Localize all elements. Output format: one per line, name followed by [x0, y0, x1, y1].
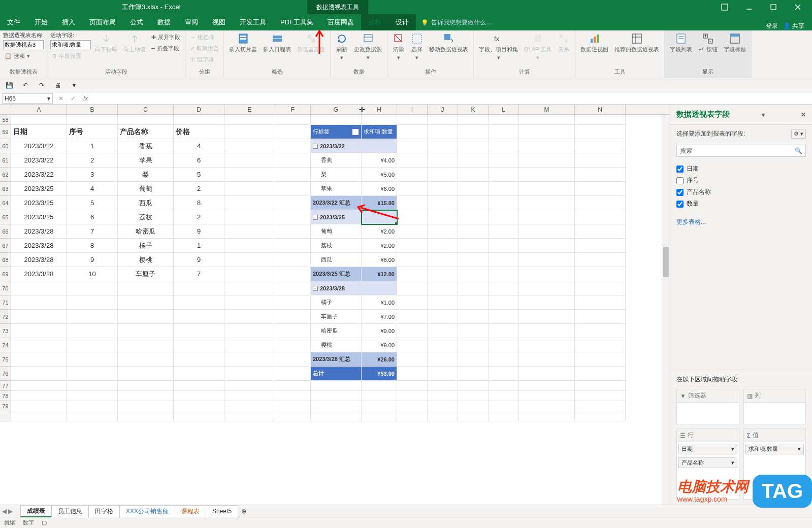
cell[interactable]	[428, 338, 458, 352]
cell[interactable]	[575, 224, 626, 239]
cell[interactable]	[275, 224, 311, 239]
cell[interactable]: 6	[174, 153, 224, 168]
field-checkbox[interactable]	[676, 201, 684, 208]
cell[interactable]	[575, 324, 626, 338]
row-header[interactable]: 63	[0, 182, 11, 196]
cell[interactable]: 7	[67, 224, 118, 239]
cell[interactable]	[575, 182, 626, 196]
area-filter[interactable]: ▼筛选器	[676, 389, 739, 424]
cell[interactable]	[11, 338, 67, 352]
cell[interactable]	[397, 139, 428, 153]
cell[interactable]	[428, 267, 458, 281]
cell[interactable]	[224, 153, 275, 168]
row-header[interactable]: 74	[0, 338, 11, 352]
cell[interactable]	[489, 401, 519, 411]
cell[interactable]	[118, 115, 174, 125]
cell[interactable]	[118, 324, 174, 338]
row-header[interactable]: 70	[0, 281, 11, 295]
cell[interactable]	[224, 139, 275, 153]
cell[interactable]: 葡萄	[118, 182, 174, 196]
cell[interactable]	[67, 338, 118, 352]
cell[interactable]	[489, 324, 519, 338]
cell[interactable]	[519, 381, 575, 391]
collapse-icon[interactable]: −	[313, 215, 318, 220]
cell[interactable]	[275, 381, 311, 391]
filter-icon[interactable]: ▾	[352, 128, 359, 136]
cell[interactable]: 10	[67, 267, 118, 281]
cell[interactable]	[362, 401, 397, 411]
cell[interactable]	[67, 391, 118, 401]
cell[interactable]: ¥4.00	[362, 153, 397, 168]
cell[interactable]: 哈密瓜	[311, 324, 362, 338]
pt-name-input[interactable]	[3, 40, 44, 49]
cell[interactable]	[362, 381, 397, 391]
cell[interactable]	[458, 310, 489, 324]
cell[interactable]	[428, 324, 458, 338]
cell[interactable]: ¥5.00	[362, 168, 397, 182]
cell[interactable]	[397, 411, 428, 421]
cell[interactable]: 9	[174, 253, 224, 267]
cell[interactable]	[489, 210, 519, 224]
cell[interactable]: ¥9.00	[362, 324, 397, 338]
cell[interactable]	[174, 115, 224, 125]
close-button[interactable]	[788, 0, 808, 14]
cell[interactable]: 2023/3/25	[11, 196, 67, 210]
change-source[interactable]: 更改数据源▾	[352, 31, 384, 67]
cell[interactable]	[519, 182, 575, 196]
ribbon-opts-icon[interactable]	[714, 0, 735, 14]
cell[interactable]	[458, 153, 489, 168]
cell[interactable]	[428, 411, 458, 421]
cell[interactable]: 橘子	[118, 239, 174, 253]
field-list[interactable]: 字段列表	[668, 31, 694, 67]
cell[interactable]	[489, 352, 519, 367]
cell[interactable]	[397, 281, 428, 295]
cell[interactable]	[519, 210, 575, 224]
cell[interactable]: 苹果	[311, 182, 362, 196]
tab-review[interactable]: 审阅	[178, 14, 205, 30]
tab-design[interactable]: 设计	[388, 14, 416, 30]
row-header[interactable]: 64	[0, 196, 11, 210]
col-header[interactable]: C	[118, 105, 174, 114]
cell[interactable]: 西瓜	[311, 253, 362, 267]
cell[interactable]	[224, 391, 275, 401]
cell[interactable]: 4	[67, 182, 118, 196]
cell[interactable]: 2023/3/25	[11, 210, 67, 224]
select[interactable]: 选择▾	[409, 31, 425, 67]
row-item[interactable]: 产品名称▾	[678, 457, 737, 468]
cell[interactable]	[118, 401, 174, 411]
cell[interactable]	[458, 210, 489, 224]
cell[interactable]	[428, 381, 458, 391]
tab-formula[interactable]: 公式	[123, 14, 150, 30]
tab-home[interactable]: 开始	[27, 14, 55, 30]
cell[interactable]	[275, 253, 311, 267]
col-header[interactable]: H	[362, 105, 397, 114]
cell[interactable]	[362, 139, 397, 153]
cell[interactable]	[458, 295, 489, 310]
cell[interactable]: 5	[174, 168, 224, 182]
cell[interactable]	[397, 391, 428, 401]
cell[interactable]	[224, 239, 275, 253]
cell[interactable]: 苹果	[118, 153, 174, 168]
cell[interactable]: 梨	[311, 168, 362, 182]
cell[interactable]: 2023/3/28	[11, 239, 67, 253]
col-header[interactable]: K	[458, 105, 489, 114]
cell[interactable]	[174, 338, 224, 352]
cell[interactable]	[224, 210, 275, 224]
cell[interactable]	[519, 281, 575, 295]
cell[interactable]	[275, 267, 311, 281]
row-header[interactable]: 78	[0, 391, 11, 401]
cell[interactable]	[174, 324, 224, 338]
cell[interactable]: 日期	[11, 125, 67, 139]
refresh[interactable]: 刷新▾	[334, 31, 350, 67]
maximize-button[interactable]	[763, 0, 784, 14]
cell[interactable]	[575, 381, 626, 391]
row-header[interactable]: 66	[0, 224, 11, 239]
cell[interactable]	[519, 295, 575, 310]
cell[interactable]	[575, 411, 626, 421]
name-box[interactable]: H65▾	[2, 93, 53, 104]
cell[interactable]	[458, 224, 489, 239]
cell[interactable]	[489, 139, 519, 153]
cell[interactable]	[428, 352, 458, 367]
cell[interactable]	[224, 182, 275, 196]
cell[interactable]: 行标签▾	[311, 125, 362, 139]
